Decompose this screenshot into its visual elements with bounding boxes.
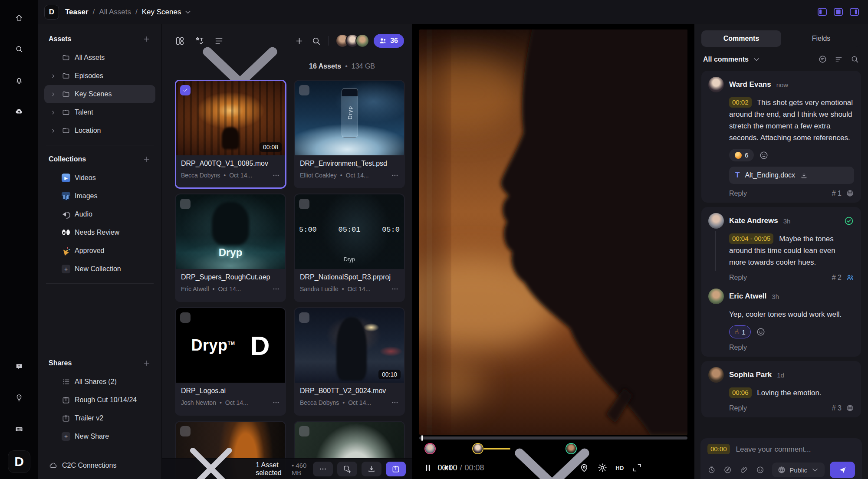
asset-card-drp-supers-roughcut-aep[interactable]: DrypDRP_Supers_RoughCut.aep Eric Atwell•… — [175, 194, 286, 302]
sidebar-item-images[interactable]: Images — [44, 187, 155, 205]
asset-card-drp-logos-ai[interactable]: DrypTMDDRP_Logos.ai Josh Newton•Oct 14..… — [175, 307, 286, 416]
reaction-pill[interactable]: ☝1 — [729, 325, 751, 338]
clear-selection-icon[interactable] — [171, 429, 250, 479]
emoji-icon[interactable] — [756, 465, 764, 475]
send-comment-button[interactable] — [830, 462, 855, 478]
comment-number: # 1 — [832, 190, 842, 197]
asset-checkbox[interactable] — [180, 199, 191, 209]
asset-thumbnail[interactable]: Dryp — [295, 81, 404, 155]
asset-menu-icon[interactable] — [272, 399, 280, 407]
notifications-icon[interactable] — [9, 70, 29, 90]
timestamp-toggle-icon[interactable] — [707, 465, 716, 475]
sidebar-item-new-collection[interactable]: +New Collection — [44, 260, 155, 278]
asset-menu-icon[interactable] — [272, 285, 280, 293]
visibility-dropdown[interactable]: Public — [772, 463, 825, 477]
comment-input[interactable] — [735, 445, 855, 454]
asset-card-drp-a00tq-v1-0085-mov[interactable]: 00:08DRP_A00TQ_V1_0085.mov Becca Dobyns•… — [175, 80, 286, 188]
breadcrumb-all-assets[interactable]: All Assets — [99, 8, 131, 16]
timestamp-chip[interactable]: 00:04 - 00:05 — [729, 233, 773, 244]
mark-complete-icon[interactable] — [844, 216, 854, 226]
asset-checkbox[interactable] — [180, 85, 191, 95]
sidebar-item-approved[interactable]: Approved — [44, 242, 155, 260]
video-frame[interactable] — [419, 30, 687, 435]
keyboard-shortcuts-icon[interactable] — [9, 419, 29, 439]
collaborator-avatars[interactable] — [335, 34, 369, 48]
app-logo[interactable]: D — [8, 450, 30, 473]
asset-menu-icon[interactable] — [391, 171, 399, 179]
breadcrumb-project[interactable]: Teaser — [65, 8, 89, 16]
asset-menu-icon[interactable] — [272, 171, 280, 179]
add-reaction-icon[interactable] — [756, 327, 766, 337]
composer-timestamp-chip[interactable]: 00:00 — [707, 444, 730, 454]
comment-card[interactable]: Kate Andrews 3h 00:04 - 00:05 Maybe the … — [701, 207, 861, 357]
search-comments-icon[interactable] — [850, 55, 859, 64]
annotate-icon[interactable] — [723, 465, 732, 475]
sidebar-item-rough-cut-10-14-24[interactable]: Rough Cut 10/14/24 — [44, 391, 155, 409]
more-actions-button[interactable] — [313, 462, 333, 476]
toggle-center-panel-icon[interactable] — [832, 6, 844, 18]
timestamp-chip[interactable]: 00:06 — [729, 387, 752, 398]
download-icon[interactable] — [800, 172, 808, 179]
sidebar-item-talent[interactable]: Talent — [44, 103, 155, 121]
sidebar-item-new-share[interactable]: +New Share — [44, 427, 155, 446]
chevron-right-icon — [49, 73, 57, 79]
sidebar-item-needs-review[interactable]: Needs Review — [44, 223, 155, 242]
reply-button[interactable]: Reply — [729, 404, 747, 412]
home-icon[interactable] — [9, 8, 29, 28]
toggle-right-panel-icon[interactable] — [848, 6, 860, 18]
reaction-pill[interactable]: 6 — [729, 149, 754, 161]
tab-comments[interactable]: Comments — [701, 30, 781, 47]
timestamp-chip[interactable]: 00:02 — [729, 97, 752, 108]
sidebar-item-videos[interactable]: ▶Videos — [44, 169, 155, 187]
share-button[interactable] — [386, 462, 406, 476]
cloud-upload-icon[interactable] — [9, 102, 29, 121]
sidebar-item-all-assets[interactable]: All Assets — [44, 49, 155, 67]
comment-attachment[interactable]: T Alt_Ending.docx — [729, 167, 854, 184]
comment-style-icon[interactable] — [818, 55, 827, 64]
asset-checkbox[interactable] — [299, 426, 309, 436]
sort-comments-icon[interactable] — [834, 55, 843, 64]
sidebar-item-episodes[interactable]: Episodes — [44, 67, 155, 85]
comment-card[interactable]: Ward Evans now 00:02 This shot gets very… — [701, 71, 861, 203]
asset-checkbox[interactable] — [299, 312, 309, 323]
sidebar-item-c2c-connections[interactable]: C2C Connections — [44, 456, 155, 475]
library-search-icon[interactable] — [311, 36, 321, 46]
asset-card-drp-environment-test-psd[interactable]: DrypDRP_Environment_Test.psd Elliot Coak… — [294, 80, 405, 188]
move-to-button[interactable] — [337, 462, 357, 476]
asset-size: 134 GB — [352, 62, 375, 70]
tab-fields[interactable]: Fields — [781, 30, 861, 47]
reply-button[interactable]: Reply — [729, 274, 747, 282]
asset-thumbnail[interactable]: 00:08 — [176, 81, 285, 155]
member-count-pill[interactable]: 36 — [374, 34, 404, 48]
add-collections-icon[interactable] — [142, 155, 151, 164]
reply-button[interactable]: Reply — [729, 190, 747, 197]
sidebar-item-all-shares-2-[interactable]: All Shares (2) — [44, 373, 155, 391]
add-assets-icon[interactable] — [142, 35, 151, 43]
toggle-left-panel-icon[interactable] — [816, 6, 828, 18]
sidebar-item-audio[interactable]: Audio — [44, 205, 155, 223]
asset-menu-icon[interactable] — [391, 399, 399, 407]
asset-menu-icon[interactable] — [391, 285, 399, 293]
asset-card-drp-nationalspot-r3-prproj[interactable]: 5:0005:0105:0DrypDRP_NationalSpot_R3.prp… — [294, 194, 405, 302]
help-icon[interactable]: ? — [9, 357, 29, 377]
timecode-dropdown-icon[interactable] — [487, 403, 617, 479]
asset-checkbox[interactable] — [299, 199, 309, 209]
comments-filter-dropdown[interactable]: All comments — [703, 55, 761, 64]
download-button[interactable] — [362, 462, 381, 476]
idea-icon[interactable] — [9, 388, 29, 408]
asset-card-drp-b00tt-v2-0024-mov[interactable]: 00:10DRP_B00TT_V2_0024.mov Becca Dobyns•… — [294, 307, 405, 416]
sidebar-item-key-scenes[interactable]: Key Scenes — [44, 85, 155, 103]
add-shares-icon[interactable] — [142, 359, 151, 367]
reply-button[interactable]: Reply — [729, 344, 747, 351]
sidebar-item-trailer-v2[interactable]: Trailer v2 — [44, 409, 155, 427]
asset-checkbox[interactable] — [299, 85, 309, 95]
comment-card[interactable]: Sophia Park 1d 00:06 Loving the emotion.… — [701, 361, 861, 417]
asset-thumbnail[interactable]: Dryp — [176, 194, 285, 269]
asset-thumbnail[interactable]: 00:10 — [295, 308, 404, 383]
sidebar-item-location[interactable]: Location — [44, 121, 155, 140]
asset-thumbnail[interactable]: DrypTMD — [176, 308, 285, 383]
asset-thumbnail[interactable]: 5:0005:0105:0Dryp — [295, 194, 404, 269]
search-icon[interactable] — [9, 39, 29, 59]
attach-icon[interactable] — [740, 465, 748, 475]
add-reaction-icon[interactable] — [759, 151, 769, 160]
